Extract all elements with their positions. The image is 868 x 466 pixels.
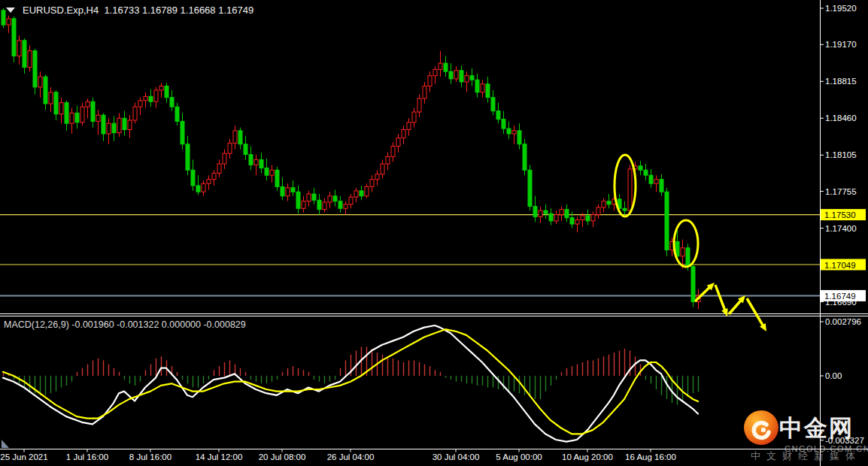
bull-candle (133, 107, 137, 120)
price-axis-label: 1.19520 (825, 4, 857, 13)
highlighted-price-label: 1.17530 (824, 210, 856, 219)
time-axis-label: 8 Jul 16:00 (129, 452, 171, 461)
macd-axis-label: 0.002796 (825, 317, 861, 326)
bull-candle (428, 76, 432, 86)
bull-candle (386, 156, 390, 164)
macd-signal-line (3, 329, 698, 434)
bear-candle (523, 144, 527, 171)
bear-candle (259, 159, 263, 168)
price-axis-label: 1.18105 (825, 150, 857, 159)
bear-candle (649, 175, 653, 183)
bear-candle (691, 267, 695, 302)
bear-candle (312, 194, 316, 200)
bear-candle (665, 192, 669, 250)
time-axis-label: 1 Jul 16:00 (66, 452, 108, 461)
bull-candle (270, 170, 274, 175)
symbol-period-label: EURUSD.Exp,H4 (23, 5, 99, 16)
bear-candle (475, 80, 479, 92)
bear-candle (486, 84, 490, 98)
price-axis-label: 1.18815 (825, 77, 857, 86)
time-axis-label: 16 Aug 16:00 (625, 452, 676, 461)
time-axis-label: 10 Aug 20:00 (562, 452, 613, 461)
bull-candle (202, 183, 205, 192)
bull-candle (17, 41, 21, 56)
bull-candle (223, 153, 226, 164)
bull-candle (144, 96, 147, 101)
trend-arrow-shaft (715, 285, 725, 311)
bear-candle (191, 170, 195, 186)
bear-candle (623, 208, 627, 210)
bull-candle (554, 215, 558, 221)
time-axis-label: 30 Jul 04:00 (432, 452, 480, 461)
bull-candle (107, 123, 111, 134)
bear-candle (175, 107, 179, 121)
bear-candle (644, 170, 648, 175)
bull-candle (391, 147, 395, 157)
bull-candle (402, 129, 405, 138)
price-axis-label: 1.17400 (825, 224, 857, 233)
bear-candle (317, 200, 321, 209)
bear-candle (291, 188, 295, 192)
bull-candle (539, 210, 542, 216)
bear-candle (91, 101, 95, 121)
bull-candle (228, 143, 232, 153)
bear-candle (570, 218, 574, 224)
bear-candle (507, 129, 511, 134)
bear-candle (112, 123, 116, 132)
title-spacer (99, 5, 104, 16)
trend-arrow-shaft (695, 286, 710, 301)
bull-candle (412, 112, 416, 123)
time-axis-label: 26 Jul 04:00 (327, 452, 375, 461)
bear-candle (496, 111, 500, 120)
price-macd-chart-canvas[interactable]: 1.195201.191701.188151.184601.181051.177… (0, 0, 868, 466)
bear-candle (502, 120, 505, 129)
bear-candle (565, 210, 569, 218)
bear-candle (12, 19, 16, 56)
bear-candle (549, 213, 553, 221)
bear-candle (196, 186, 200, 192)
bull-candle (681, 248, 684, 256)
bear-candle (444, 63, 448, 71)
bull-candle (49, 92, 53, 104)
bull-candle (70, 113, 74, 123)
bear-candle (491, 98, 495, 111)
bear-candle (65, 103, 68, 124)
price-axis-label: 1.19170 (825, 40, 857, 49)
trend-arrow-shaft (747, 298, 763, 326)
bull-candle (349, 197, 353, 204)
bull-candle (344, 204, 348, 209)
bear-candle (2, 11, 5, 25)
bull-candle (328, 196, 332, 202)
bear-candle (470, 76, 474, 80)
bear-candle (23, 41, 26, 68)
ohlc-values-label: 1.16733 1.16789 1.16668 1.16749 (104, 5, 253, 16)
bear-candle (449, 71, 453, 79)
time-axis-label: 5 Aug 00:00 (496, 452, 542, 461)
bull-candle (581, 216, 584, 220)
highlighted-price-label: 1.17049 (824, 261, 856, 270)
bear-candle (686, 248, 690, 267)
bull-candle (128, 120, 132, 129)
bull-candle (591, 215, 595, 221)
chart-titlebar: EURUSD.Exp,H4 1.16733 1.16789 1.16668 1.… (6, 5, 253, 16)
trend-arrow-shaft (729, 300, 742, 314)
bull-candle (138, 101, 142, 107)
bull-candle (439, 63, 442, 69)
bear-candle (249, 155, 253, 165)
time-axis-label: 14 Jul 12:00 (196, 452, 243, 461)
chevron-down-icon[interactable] (6, 8, 15, 13)
bull-candle (481, 84, 484, 92)
scroll-position-marker[interactable] (2, 440, 9, 448)
bull-candle (86, 101, 90, 107)
bear-candle (528, 170, 532, 206)
bear-candle (170, 98, 174, 107)
bear-candle (360, 191, 363, 196)
bull-candle (407, 123, 411, 130)
bull-candle (465, 76, 469, 82)
bull-candle (38, 77, 42, 87)
macd-main-line (3, 325, 698, 442)
bull-candle (212, 173, 216, 179)
bear-candle (586, 216, 590, 221)
bull-candle (575, 220, 579, 225)
bull-candle (207, 180, 211, 184)
